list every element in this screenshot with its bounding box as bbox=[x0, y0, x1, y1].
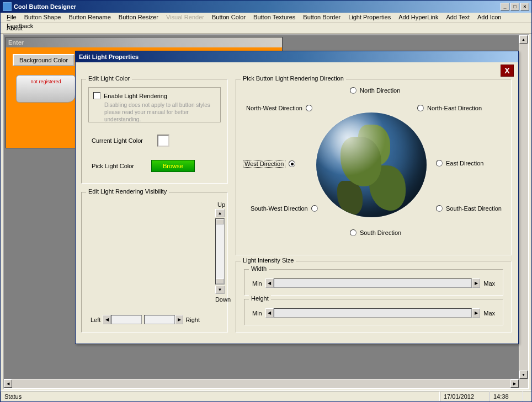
current-light-color-label: Current Light Color bbox=[92, 137, 143, 144]
northeast-direction-label: North-East Direction bbox=[427, 105, 482, 111]
menu-visual-render[interactable]: Visual Render bbox=[162, 13, 208, 22]
up-label: Up bbox=[217, 201, 225, 208]
menu-button-color[interactable]: Button Color bbox=[208, 13, 249, 22]
east-direction-radio[interactable] bbox=[436, 160, 443, 167]
east-direction-label: East Direction bbox=[446, 160, 483, 167]
vertical-visibility-slider[interactable]: ▲ ▼ bbox=[215, 209, 225, 294]
group-width: Min ◀ ▶ Max bbox=[244, 269, 503, 296]
browse-color-button[interactable]: Browse bbox=[151, 160, 195, 172]
slider-right-arrow-icon[interactable]: ▶ bbox=[175, 315, 183, 324]
titlebar[interactable]: Cool Button Designer _ □ × bbox=[1, 1, 531, 13]
width-max-label: Max bbox=[483, 280, 495, 287]
southeast-direction-label: South-East Direction bbox=[446, 205, 502, 212]
pick-light-color-label: Pick Light Color bbox=[92, 163, 145, 169]
north-direction-radio[interactable] bbox=[350, 87, 357, 94]
menubar: File Button Shape Button Rename Button R… bbox=[1, 13, 531, 23]
down-label: Down bbox=[215, 296, 231, 303]
current-light-color-swatch bbox=[157, 135, 169, 147]
slider-down-arrow-icon[interactable]: ▼ bbox=[215, 286, 225, 294]
globe-icon bbox=[316, 112, 427, 217]
menu-add-text[interactable]: Add Text bbox=[442, 13, 474, 22]
child-title: Enter bbox=[8, 39, 24, 46]
edit-light-properties-dialog: Edit Light Properties X Enable Light Ren… bbox=[75, 51, 519, 344]
west-direction-label: West Direction bbox=[243, 160, 285, 168]
slider-up-arrow-icon[interactable]: ▲ bbox=[215, 209, 225, 217]
southwest-direction-label: South-West Direction bbox=[251, 205, 308, 212]
southeast-direction-radio[interactable] bbox=[436, 205, 443, 212]
horizontal-visibility-slider-right[interactable]: ▶ bbox=[144, 315, 183, 324]
north-direction-label: North Direction bbox=[360, 87, 400, 94]
enable-light-rendering-checkbox[interactable] bbox=[93, 92, 100, 99]
south-direction-radio[interactable] bbox=[350, 229, 357, 236]
height-left-arrow-icon[interactable]: ◀ bbox=[265, 308, 274, 318]
width-min-label: Min bbox=[252, 280, 262, 287]
slider-left-arrow-icon[interactable]: ◀ bbox=[103, 315, 111, 324]
northwest-direction-label: North-West Direction bbox=[246, 105, 302, 111]
dialog-titlebar[interactable]: Edit Light Properties bbox=[76, 51, 518, 62]
scrollbar-corner bbox=[519, 379, 528, 388]
scroll-down-icon[interactable]: ▼ bbox=[519, 371, 528, 379]
menu-button-rename[interactable]: Button Rename bbox=[65, 13, 114, 22]
child-titlebar[interactable]: Enter bbox=[6, 37, 282, 47]
height-max-label: Max bbox=[483, 310, 495, 317]
width-left-arrow-icon[interactable]: ◀ bbox=[265, 278, 274, 288]
horizontal-visibility-slider-left[interactable]: ◀ bbox=[103, 315, 142, 324]
northwest-direction-radio[interactable] bbox=[306, 105, 312, 111]
south-direction-label: South Direction bbox=[360, 229, 401, 236]
not-registered-label: not registered bbox=[30, 79, 61, 84]
group-light-intensity: Min ◀ ▶ Max Min ◀ ▶ bbox=[236, 261, 512, 333]
group-light-direction: North Direction North-West Direction Nor… bbox=[236, 79, 512, 255]
dialog-title: Edit Light Properties bbox=[79, 53, 139, 60]
scroll-right-icon[interactable]: ▶ bbox=[510, 379, 519, 388]
scroll-left-icon[interactable]: ◀ bbox=[4, 379, 12, 388]
menu-button-shape[interactable]: Button Shape bbox=[20, 13, 65, 22]
group-height: Min ◀ ▶ Max bbox=[244, 299, 503, 325]
width-slider[interactable]: ◀ ▶ bbox=[265, 278, 480, 288]
button-preview: not registered bbox=[16, 75, 76, 103]
menu-button-textures[interactable]: Button Textures bbox=[249, 13, 299, 22]
scroll-up-icon[interactable]: ▲ bbox=[519, 35, 528, 44]
vertical-scrollbar[interactable]: ▲ ▼ bbox=[519, 35, 528, 379]
enable-light-rendering-label: Enable Light Rendering bbox=[104, 93, 167, 99]
app-icon bbox=[3, 2, 12, 11]
menu-add-hyperlink[interactable]: Add HyperLink bbox=[395, 13, 442, 22]
menu-light-properties[interactable]: Light Properties bbox=[344, 13, 395, 22]
group-edit-light-color: Enable Light Rendering Disabling does no… bbox=[81, 79, 228, 184]
minimize-button[interactable]: _ bbox=[501, 3, 509, 10]
statusbar: Status 17/01/2012 14:38 bbox=[1, 390, 531, 401]
menu-about[interactable]: About bbox=[3, 24, 26, 33]
west-direction-radio[interactable] bbox=[289, 160, 295, 167]
status-date: 17/01/2012 bbox=[440, 392, 490, 401]
resize-grip-icon[interactable] bbox=[523, 392, 531, 401]
menu-add-icon[interactable]: Add Icon bbox=[474, 13, 505, 22]
left-label: Left bbox=[91, 317, 100, 323]
northeast-direction-radio[interactable] bbox=[417, 105, 424, 111]
group-rendering-visibility: Up ▲ ▼ Down Left ◀ ▶ bbox=[81, 192, 228, 333]
southwest-direction-radio[interactable] bbox=[311, 205, 318, 212]
menu-button-border[interactable]: Button Border bbox=[299, 13, 344, 22]
horizontal-scrollbar[interactable]: ◀ ▶ bbox=[4, 379, 519, 388]
status-time: 14:38 bbox=[490, 392, 523, 401]
height-min-label: Min bbox=[252, 310, 262, 317]
height-slider[interactable]: ◀ ▶ bbox=[265, 308, 480, 318]
right-label: Right bbox=[185, 317, 200, 323]
menu-file[interactable]: File bbox=[3, 13, 20, 22]
menu-button-resizer[interactable]: Button Resizer bbox=[115, 13, 162, 22]
window-title: Cool Button Designer bbox=[14, 3, 501, 10]
background-color-button[interactable]: Background Color bbox=[13, 54, 75, 66]
dialog-close-button[interactable]: X bbox=[501, 65, 514, 77]
maximize-button[interactable]: □ bbox=[510, 3, 519, 10]
close-button[interactable]: × bbox=[520, 3, 529, 10]
menubar-row2: About bbox=[1, 23, 531, 34]
main-window: Cool Button Designer _ □ × File Button S… bbox=[0, 0, 532, 402]
enable-hint-text: Disabling does not apply to all button s… bbox=[104, 101, 216, 123]
enable-rendering-panel: Enable Light Rendering Disabling does no… bbox=[88, 87, 221, 122]
height-right-arrow-icon[interactable]: ▶ bbox=[472, 308, 480, 318]
status-text: Status bbox=[1, 392, 440, 401]
width-right-arrow-icon[interactable]: ▶ bbox=[472, 278, 480, 288]
